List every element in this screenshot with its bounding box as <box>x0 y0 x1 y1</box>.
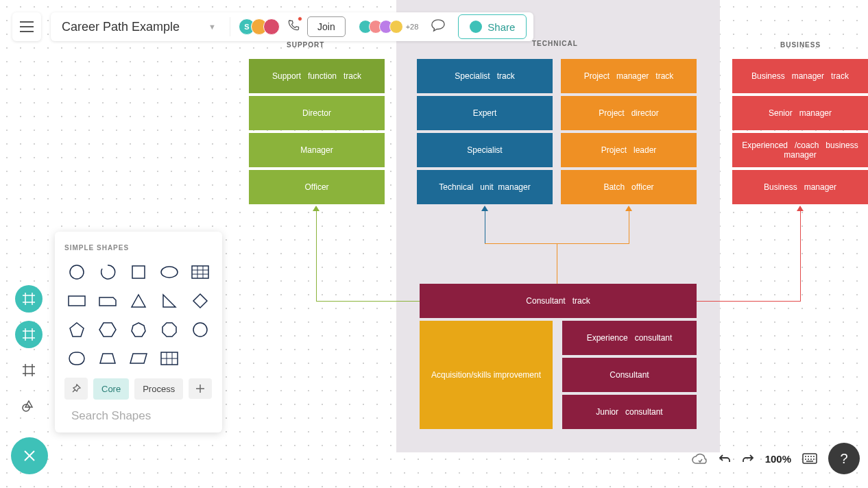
shape-square[interactable] <box>126 263 150 282</box>
consultant-level-2[interactable]: Consultant <box>562 358 697 392</box>
shape-rectangle[interactable] <box>64 291 88 310</box>
document-title-block[interactable]: Career Path Example ▼ S Join +28 Share <box>51 12 533 41</box>
shapes-grid <box>64 263 213 368</box>
technical-track-label: TECHNICAL <box>532 40 578 47</box>
left-tool-rail <box>15 285 43 419</box>
svg-rect-2 <box>132 266 145 278</box>
cloud-sync-icon[interactable] <box>691 452 708 465</box>
shape-trapezoid[interactable] <box>95 349 119 368</box>
shapes-panel-title: SIMPLE SHAPES <box>64 244 213 252</box>
join-button[interactable]: Join <box>307 16 346 37</box>
viewer-count: +28 <box>406 23 419 31</box>
shape-triangle[interactable] <box>126 291 150 310</box>
comment-icon[interactable] <box>431 19 446 35</box>
title-dropdown-icon[interactable]: ▼ <box>200 23 224 31</box>
shape-heptagon[interactable] <box>126 320 150 339</box>
connector <box>316 301 420 302</box>
shape-rounded-rect[interactable] <box>64 349 88 368</box>
avatar[interactable] <box>263 19 280 35</box>
specialist-row-1[interactable]: Expert <box>417 96 553 130</box>
connector <box>485 211 485 244</box>
shape-ellipse[interactable] <box>158 263 182 282</box>
frame-tool-button-2[interactable] <box>15 321 43 348</box>
frame-tool-button[interactable] <box>15 285 43 313</box>
business-row-3[interactable]: Business manager <box>732 170 868 204</box>
shape-arc[interactable] <box>95 263 119 282</box>
process-chip[interactable]: Process <box>134 378 183 400</box>
shape-diamond[interactable] <box>189 291 213 310</box>
pin-chip[interactable] <box>64 378 88 400</box>
top-toolbar: Career Path Example ▼ S Join +28 Share <box>12 12 533 41</box>
shape-card[interactable] <box>95 291 119 310</box>
call-icon[interactable] <box>287 19 300 35</box>
arrow-icon <box>481 206 488 211</box>
connector <box>557 243 557 284</box>
consultant-level-3[interactable]: Junior consultant <box>562 395 697 429</box>
shapes-panel: SIMPLE SHAPES Core Process <box>55 232 222 432</box>
status-bar: 100% ? <box>691 443 860 474</box>
shape-parallelogram[interactable] <box>126 349 150 368</box>
shape-circle[interactable] <box>64 263 88 282</box>
document-title: Career Path Example <box>62 20 200 34</box>
connector <box>697 301 801 302</box>
svg-rect-4 <box>192 266 208 278</box>
connector <box>800 211 801 302</box>
shape-empty <box>189 349 213 368</box>
help-button[interactable]: ? <box>828 443 860 474</box>
business-row-1[interactable]: Senior manager <box>732 96 868 130</box>
main-menu-button[interactable] <box>12 12 41 41</box>
add-category-chip[interactable] <box>189 378 212 399</box>
close-panel-button[interactable] <box>11 437 48 474</box>
shape-hexagon[interactable] <box>95 320 119 339</box>
zoom-level[interactable]: 100% <box>765 453 791 465</box>
arrow-icon <box>313 206 320 211</box>
shapes-search-row <box>64 409 213 423</box>
business-head[interactable]: Business manager track <box>732 59 868 93</box>
svg-point-3 <box>161 267 178 278</box>
project-row-1[interactable]: Project director <box>561 96 697 130</box>
project-row-2[interactable]: Project leader <box>561 133 697 167</box>
shapes-tool-button[interactable] <box>15 392 43 419</box>
support-track-label: SUPPORT <box>287 41 324 49</box>
consultant-level-1[interactable]: Experience consultant <box>562 321 697 355</box>
support-row-1[interactable]: Director <box>249 96 385 130</box>
specialist-row-3[interactable]: Technical unit manager <box>417 170 553 204</box>
keyboard-icon[interactable] <box>802 453 817 464</box>
grid-tool-button[interactable] <box>15 356 43 384</box>
arrow-icon <box>797 206 804 211</box>
specialist-head[interactable]: Specialist track <box>417 59 553 93</box>
svg-rect-5 <box>69 296 85 306</box>
undo-icon[interactable] <box>719 453 731 464</box>
share-button[interactable]: Share <box>458 14 527 39</box>
connector <box>629 211 629 244</box>
business-row-2[interactable]: Experienced /coach business manager <box>732 133 868 167</box>
collaborator-avatars[interactable]: S <box>243 19 280 35</box>
svg-rect-13 <box>803 454 817 463</box>
shape-table[interactable] <box>189 263 213 282</box>
project-row-3[interactable]: Batch officer <box>561 170 697 204</box>
support-row-2[interactable]: Manager <box>249 133 385 167</box>
globe-icon <box>470 21 482 33</box>
svg-rect-7 <box>69 352 84 365</box>
support-row-3[interactable]: Officer <box>249 170 385 204</box>
redo-icon[interactable] <box>742 453 754 464</box>
project-head[interactable]: Project manager track <box>561 59 697 93</box>
business-track-label: BUSINESS <box>780 41 821 49</box>
support-head[interactable]: Support function track <box>249 59 385 93</box>
shape-rounded-octagon[interactable] <box>189 320 213 339</box>
shape-pentagon[interactable] <box>64 320 88 339</box>
shape-grid-3x2[interactable] <box>158 349 182 368</box>
shapes-search-input[interactable] <box>71 409 217 423</box>
share-label: Share <box>487 21 515 33</box>
core-chip[interactable]: Core <box>93 378 129 400</box>
acquisition-box[interactable]: Acquisition/skills improvement <box>420 321 553 429</box>
svg-point-6 <box>193 323 207 337</box>
arrow-icon <box>625 206 632 211</box>
shape-right-triangle[interactable] <box>158 291 182 310</box>
svg-point-1 <box>70 265 84 279</box>
specialist-row-2[interactable]: Specialist <box>417 133 553 167</box>
viewer-avatars[interactable] <box>362 20 403 34</box>
shape-category-chips: Core Process <box>64 378 213 400</box>
shape-octagon[interactable] <box>158 320 182 339</box>
consultant-head[interactable]: Consultant track <box>420 284 697 318</box>
